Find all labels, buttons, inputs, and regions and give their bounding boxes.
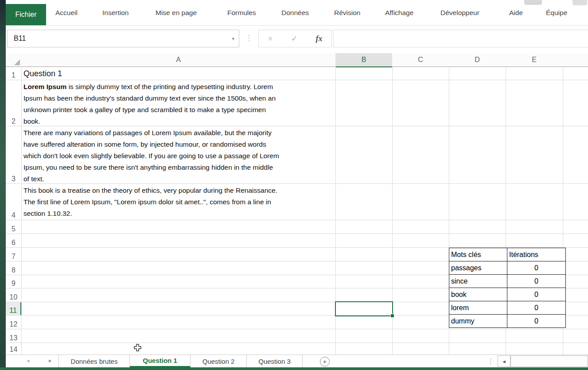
keyword-cell[interactable]: book xyxy=(449,288,507,301)
table-row: since 0 xyxy=(449,275,566,288)
column-header-a[interactable]: A xyxy=(21,53,336,67)
cell-a1[interactable]: Question 1 xyxy=(23,67,62,80)
row-header-8[interactable]: 8 xyxy=(6,261,21,275)
cancel-icon[interactable]: × xyxy=(268,34,273,44)
ribbon-tab-fichier[interactable]: Fichier xyxy=(6,4,46,25)
select-all-corner[interactable] xyxy=(6,53,22,67)
fill-handle[interactable] xyxy=(390,314,394,318)
table-row: passages 0 xyxy=(449,261,566,275)
sheet-nav-left-icon[interactable]: ◂ xyxy=(27,357,30,364)
ribbon-tab-affichage[interactable]: Affichage xyxy=(385,0,413,25)
cell-cursor-icon xyxy=(133,343,142,352)
gridline xyxy=(6,80,588,80)
row-header-3[interactable]: 3 xyxy=(6,126,21,184)
row-header-5[interactable]: 5 xyxy=(6,220,21,234)
table-row: book 0 xyxy=(449,288,566,301)
gridline xyxy=(6,343,588,343)
cell-a4[interactable]: This book is a treatise on the theory of… xyxy=(23,185,335,219)
ribbon-tab-formules[interactable]: Formules xyxy=(227,0,256,25)
row-header-6[interactable]: 6 xyxy=(6,234,21,248)
formula-bar-input[interactable] xyxy=(333,30,588,47)
gridline xyxy=(6,234,588,234)
row-header-14[interactable]: 14 xyxy=(6,343,21,354)
column-header-d[interactable]: D xyxy=(449,53,506,67)
row-header-12[interactable]: 12 xyxy=(6,315,21,329)
ribbon-tab-aide[interactable]: Aide xyxy=(509,0,523,25)
keywords-header-cell[interactable]: Mots clés xyxy=(449,248,507,261)
cell-a2-bold-text: Lorem Ipsum xyxy=(23,83,66,90)
ribbon-tab-mise-en-page[interactable]: Mise en page xyxy=(156,0,197,25)
sheet-nav-right-icon[interactable]: ▸ xyxy=(49,357,52,364)
ribbon-tab-equipe[interactable]: Équipe xyxy=(546,0,567,25)
name-box-dropdown-icon[interactable]: ▾ xyxy=(232,36,239,42)
ribbon-tab-revision[interactable]: Révision xyxy=(334,0,360,25)
select-all-triangle-icon xyxy=(14,59,20,65)
iteration-cell[interactable]: 0 xyxy=(507,275,566,288)
window-artifact xyxy=(572,0,587,5)
formula-bar-separator-dots-icon[interactable]: ⋮ xyxy=(245,31,250,46)
enter-icon[interactable]: ✓ xyxy=(291,34,298,43)
sheet-tab-question-1[interactable]: Question 1 xyxy=(130,355,191,367)
row-header-9[interactable]: 9 xyxy=(6,275,21,288)
cell-a2-text: Ipsum has been the industry's standard d… xyxy=(23,93,335,127)
row-header-7[interactable]: 7 xyxy=(6,248,21,261)
window-artifact xyxy=(524,0,542,5)
keyword-cell[interactable]: lorem xyxy=(449,301,507,315)
iteration-cell[interactable]: 0 xyxy=(507,288,566,301)
gridline xyxy=(6,220,588,220)
iteration-cell[interactable]: 0 xyxy=(507,301,566,315)
excel-window: Fichier Accueil Insertion Mise en page F… xyxy=(0,0,588,370)
keyword-cell[interactable]: dummy xyxy=(449,315,507,328)
name-box-value: B11 xyxy=(8,35,232,43)
insert-function-icon[interactable]: fx xyxy=(316,34,323,43)
active-cell-selection xyxy=(335,301,393,316)
sheet-tab-donnees-brutes[interactable]: Données brutes xyxy=(58,355,130,367)
column-header-b[interactable]: B xyxy=(335,53,393,67)
row-header-2[interactable]: 2 xyxy=(6,80,21,126)
ribbon-tab-insertion[interactable]: Insertion xyxy=(102,0,129,25)
row-header-4[interactable]: 4 xyxy=(6,184,21,220)
ribbon-tab-accueil[interactable]: Accueil xyxy=(55,0,78,25)
gridline xyxy=(6,329,588,329)
keywords-table: Mots clés Itérations passages 0 since 0 … xyxy=(449,248,566,328)
cell-a2[interactable]: Lorem Ipsum is simply dummy text of the … xyxy=(23,81,335,127)
table-row: dummy 0 xyxy=(449,315,566,328)
iterations-header-cell[interactable]: Itérations xyxy=(507,248,566,261)
hscroll-thumb[interactable] xyxy=(510,355,588,367)
iteration-cell[interactable]: 0 xyxy=(507,315,566,328)
row-header-10[interactable]: 10 xyxy=(6,288,21,302)
sheet-bar-options-dots-icon[interactable]: ⋮ xyxy=(487,356,493,366)
iteration-cell[interactable]: 0 xyxy=(507,261,566,275)
add-sheet-icon[interactable]: + xyxy=(320,357,330,366)
cell-a3[interactable]: There are many variations of passages of… xyxy=(23,127,335,185)
table-row: Mots clés Itérations xyxy=(449,248,566,261)
row-header-11[interactable]: 11 xyxy=(6,302,21,315)
keyword-cell[interactable]: since xyxy=(449,275,507,288)
hscroll-left-icon[interactable]: ◂ xyxy=(498,355,510,367)
row-header-1[interactable]: 1 xyxy=(6,66,21,80)
column-header-c[interactable]: C xyxy=(392,53,449,67)
gridline xyxy=(21,66,22,354)
table-row: lorem 0 xyxy=(449,301,566,315)
window-edge-strip xyxy=(0,0,6,370)
sheet-tab-question-2[interactable]: Question 2 xyxy=(191,355,247,367)
formula-button-group: × ✓ fx xyxy=(258,30,332,47)
column-header-e[interactable]: E xyxy=(506,53,563,67)
column-header-f-partial[interactable] xyxy=(563,53,588,67)
cell-a2-line1: Lorem Ipsum is simply dummy text of the … xyxy=(23,81,335,93)
ribbon-tab-developpeur[interactable]: Développeur xyxy=(440,0,479,25)
name-box[interactable]: B11 ▾ xyxy=(7,30,239,47)
sheet-tab-question-3[interactable]: Question 3 xyxy=(247,355,303,367)
ribbon-tab-donnees[interactable]: Données xyxy=(281,0,309,25)
status-bar xyxy=(0,367,588,370)
keyword-cell[interactable]: passages xyxy=(449,261,507,275)
row-header-13[interactable]: 13 xyxy=(6,329,21,343)
